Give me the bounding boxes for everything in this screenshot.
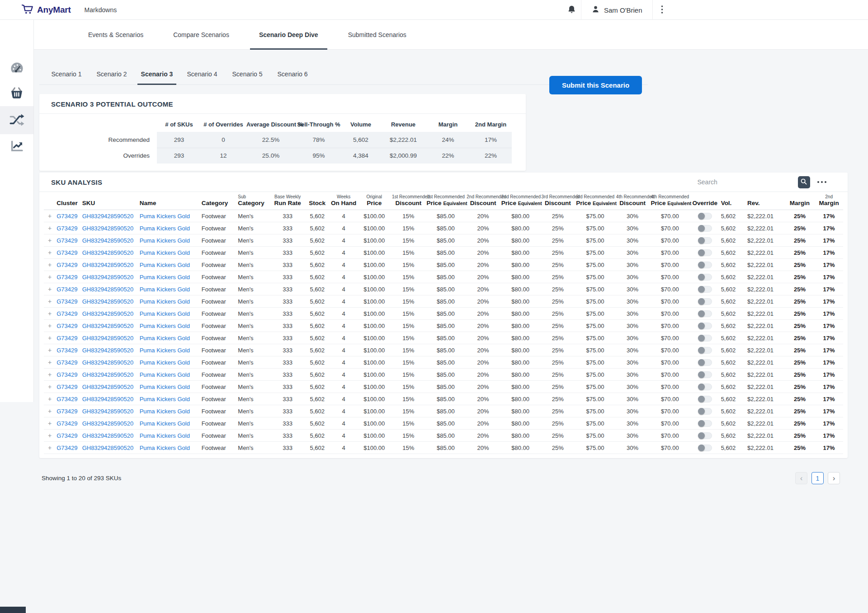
- override-toggle[interactable]: [698, 420, 712, 427]
- cell-name[interactable]: Puma Kickers Gold: [140, 286, 190, 293]
- column-header-cluster[interactable]: Cluster: [56, 192, 81, 210]
- search-button[interactable]: [798, 176, 810, 188]
- override-toggle[interactable]: [698, 408, 712, 415]
- column-header-margin[interactable]: Margin: [785, 192, 815, 210]
- cell-sku[interactable]: GH8329428590520: [82, 384, 134, 390]
- cell-name[interactable]: Puma Kickers Gold: [140, 213, 190, 220]
- tab-scenario-6[interactable]: Scenario 6: [270, 63, 315, 84]
- cell-sku[interactable]: GH8329428590520: [82, 323, 134, 329]
- expand-row-button[interactable]: +: [45, 212, 52, 220]
- cell-cluster[interactable]: G73429: [57, 347, 77, 354]
- cell-sku[interactable]: GH8329428590520: [82, 249, 134, 256]
- expand-row-button[interactable]: +: [45, 273, 52, 281]
- cell-sku[interactable]: GH8329428590520: [82, 432, 134, 439]
- cell-name[interactable]: Puma Kickers Gold: [140, 371, 190, 378]
- cell-cluster[interactable]: G73429: [57, 298, 77, 305]
- next-page-button[interactable]: ›: [828, 472, 840, 484]
- cell-name[interactable]: Puma Kickers Gold: [140, 432, 190, 439]
- cell-cluster[interactable]: G73429: [57, 249, 77, 256]
- column-header-sku[interactable]: SKU: [81, 192, 139, 210]
- cell-sku[interactable]: GH8329428590520: [82, 445, 134, 451]
- cell-sku[interactable]: GH8329428590520: [82, 310, 134, 317]
- tab-scenario-deep-dive[interactable]: Scenario Deep Dive: [250, 20, 327, 49]
- cell-cluster[interactable]: G73429: [57, 225, 77, 232]
- override-toggle[interactable]: [698, 445, 712, 451]
- cell-name[interactable]: Puma Kickers Gold: [140, 274, 190, 281]
- notifications-button[interactable]: [562, 0, 581, 20]
- tab-submitted-scenarios[interactable]: Submitted Scenarios: [339, 20, 415, 49]
- override-toggle[interactable]: [698, 323, 712, 329]
- override-toggle[interactable]: [698, 249, 712, 256]
- cell-name[interactable]: Puma Kickers Gold: [140, 310, 190, 317]
- cell-sku[interactable]: GH8329428590520: [82, 286, 134, 293]
- previous-page-button[interactable]: ‹: [795, 472, 807, 484]
- expand-row-button[interactable]: +: [45, 420, 52, 427]
- column-header-margin-2[interactable]: 2ndMargin: [815, 192, 843, 210]
- cell-cluster[interactable]: G73429: [57, 445, 77, 451]
- expand-row-button[interactable]: +: [45, 225, 52, 232]
- column-header-original-price[interactable]: OriginalPrice: [357, 192, 391, 210]
- override-toggle[interactable]: [698, 298, 712, 305]
- cell-cluster[interactable]: G73429: [57, 237, 77, 244]
- cell-name[interactable]: Puma Kickers Gold: [140, 225, 190, 232]
- tab-scenario-1[interactable]: Scenario 1: [44, 63, 89, 84]
- tab-compare-scenarios[interactable]: Compare Scenarios: [164, 20, 238, 49]
- cell-name[interactable]: Puma Kickers Gold: [140, 237, 190, 244]
- user-menu[interactable]: Sam O'Brien: [581, 0, 652, 20]
- cell-sku[interactable]: GH8329428590520: [82, 237, 134, 244]
- cell-sku[interactable]: GH8329428590520: [82, 371, 134, 378]
- cell-cluster[interactable]: G73429: [57, 371, 77, 378]
- expand-row-button[interactable]: +: [45, 371, 52, 378]
- override-toggle[interactable]: [698, 262, 712, 268]
- cell-sku[interactable]: GH8329428590520: [82, 408, 134, 415]
- column-header-sub-category[interactable]: SubCategory: [237, 192, 271, 210]
- expand-row-button[interactable]: +: [45, 261, 52, 268]
- override-toggle[interactable]: [698, 335, 712, 342]
- column-header-price-4[interactable]: 4th RecommendedPrice Equivalent: [650, 192, 690, 210]
- override-toggle[interactable]: [698, 384, 712, 390]
- tab-events-scenarios[interactable]: Events & Scenarios: [79, 20, 152, 49]
- column-header-discount-3[interactable]: 3rd RecommendedDiscount: [541, 192, 576, 210]
- cell-name[interactable]: Puma Kickers Gold: [140, 396, 190, 402]
- search-input[interactable]: [697, 178, 792, 186]
- expand-row-button[interactable]: +: [45, 334, 52, 342]
- override-toggle[interactable]: [698, 432, 712, 439]
- cell-sku[interactable]: GH8329428590520: [82, 359, 134, 366]
- column-header-price-1[interactable]: 1st RecommendedPrice Equivalent: [426, 192, 466, 210]
- column-header-vol[interactable]: Vol.: [720, 192, 746, 210]
- cell-cluster[interactable]: G73429: [57, 286, 77, 293]
- submit-scenario-button[interactable]: Submit this Scenario: [549, 76, 642, 94]
- expand-row-button[interactable]: +: [45, 310, 52, 317]
- sidebar-item-products[interactable]: [0, 81, 33, 106]
- page-number-button[interactable]: 1: [811, 472, 824, 484]
- tab-scenario-3[interactable]: Scenario 3: [134, 63, 179, 84]
- column-header-name[interactable]: Name: [139, 192, 201, 210]
- more-menu-button[interactable]: [653, 0, 672, 20]
- column-header-price-2[interactable]: 2nd RecommendedPrice Equivalent: [500, 192, 541, 210]
- cell-name[interactable]: Puma Kickers Gold: [140, 420, 190, 427]
- cell-name[interactable]: Puma Kickers Gold: [140, 408, 190, 415]
- override-toggle[interactable]: [698, 286, 712, 293]
- column-header-stock[interactable]: Stock: [305, 192, 330, 210]
- column-header-override[interactable]: Override: [690, 192, 720, 210]
- expand-row-button[interactable]: +: [45, 249, 52, 256]
- cell-name[interactable]: Puma Kickers Gold: [140, 445, 190, 451]
- expand-row-button[interactable]: +: [45, 322, 52, 329]
- cell-name[interactable]: Puma Kickers Gold: [140, 359, 190, 366]
- override-toggle[interactable]: [698, 347, 712, 354]
- cell-cluster[interactable]: G73429: [57, 323, 77, 329]
- cell-sku[interactable]: GH8329428590520: [82, 213, 134, 220]
- cell-cluster[interactable]: G73429: [57, 310, 77, 317]
- cell-cluster[interactable]: G73429: [57, 274, 77, 281]
- column-header-discount-1[interactable]: 1st RecommendedDiscount: [391, 192, 426, 210]
- cell-sku[interactable]: GH8329428590520: [82, 274, 134, 281]
- cell-cluster[interactable]: G73429: [57, 262, 77, 268]
- cell-name[interactable]: Puma Kickers Gold: [140, 323, 190, 329]
- sidebar-item-markdowns[interactable]: [0, 106, 33, 134]
- cell-cluster[interactable]: G73429: [57, 396, 77, 402]
- expand-row-button[interactable]: +: [45, 346, 52, 354]
- cell-cluster[interactable]: G73429: [57, 335, 77, 342]
- override-toggle[interactable]: [698, 274, 712, 281]
- expand-row-button[interactable]: +: [45, 383, 52, 390]
- column-header-category[interactable]: Category: [201, 192, 237, 210]
